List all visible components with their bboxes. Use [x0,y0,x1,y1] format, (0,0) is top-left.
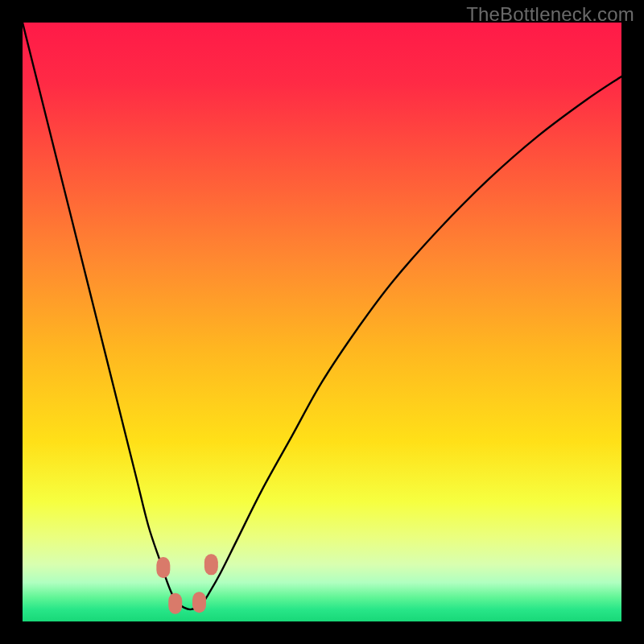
chart-frame [23,23,621,621]
background-gradient [23,23,621,621]
watermark: TheBottleneck.com [466,3,634,26]
svg-rect-0 [23,23,621,621]
